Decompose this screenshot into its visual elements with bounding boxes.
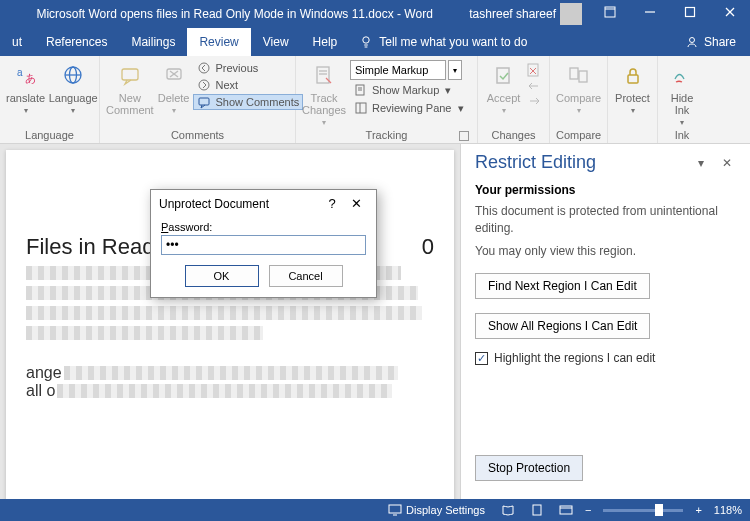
- zoom-out-button[interactable]: −: [581, 504, 595, 516]
- markup-combo[interactable]: Simple Markup: [350, 60, 446, 80]
- accept-button[interactable]: Accept ▾: [484, 60, 523, 115]
- pane-options-button[interactable]: ▾: [692, 154, 710, 172]
- hide-ink-button[interactable]: Hide Ink ▾: [664, 60, 700, 127]
- language-button[interactable]: Language ▾: [49, 60, 97, 115]
- close-icon: ✕: [722, 156, 732, 170]
- dialog-launcher-icon[interactable]: [459, 131, 469, 141]
- svg-point-20: [199, 80, 209, 90]
- svg-rect-3: [686, 8, 695, 17]
- show-markup-button[interactable]: Show Markup ▾: [350, 82, 468, 98]
- document-text: ange: [26, 364, 62, 382]
- pane-close-button[interactable]: ✕: [718, 154, 736, 172]
- chevron-down-icon: ▾: [502, 106, 506, 115]
- user-avatar[interactable]: [560, 3, 582, 25]
- zoom-slider[interactable]: [595, 509, 691, 512]
- svg-rect-22: [317, 67, 329, 83]
- tab-review[interactable]: Review: [187, 28, 250, 56]
- svg-text:あ: あ: [25, 72, 36, 84]
- user-name[interactable]: tashreef shareef: [469, 7, 556, 21]
- new-comment-button[interactable]: New Comment: [106, 60, 154, 116]
- restrict-editing-pane: Restrict Editing ▾ ✕ Your permissions Th…: [460, 144, 750, 499]
- permissions-heading: Your permissions: [475, 183, 736, 197]
- translate-icon: aあ: [12, 62, 40, 90]
- group-ink: Hide Ink ▾ Ink: [658, 56, 706, 143]
- svg-rect-28: [356, 103, 366, 113]
- view-read-mode[interactable]: [493, 504, 523, 516]
- previous-comment-button[interactable]: Previous: [193, 60, 303, 76]
- tell-me-search[interactable]: Tell me what you want to do: [349, 28, 537, 56]
- svg-rect-15: [122, 69, 138, 80]
- delete-comment-button[interactable]: Delete ▾: [158, 60, 190, 115]
- protect-button[interactable]: Protect ▾: [614, 60, 651, 115]
- share-button[interactable]: Share: [671, 35, 750, 49]
- next-comment-button[interactable]: Next: [193, 77, 303, 93]
- markup-combo-arrow[interactable]: ▾: [448, 60, 462, 80]
- reviewing-pane-button[interactable]: Reviewing Pane ▾: [350, 100, 468, 116]
- password-input[interactable]: [161, 235, 366, 255]
- view-web-layout[interactable]: [551, 504, 581, 516]
- group-label: [614, 139, 651, 143]
- compare-button[interactable]: Compare ▾: [556, 60, 601, 115]
- tab-references[interactable]: References: [34, 28, 119, 56]
- checkbox-icon: ✓: [475, 352, 488, 365]
- show-all-regions-button[interactable]: Show All Regions I Can Edit: [475, 313, 650, 339]
- group-language: aあ ranslate ▾ Language ▾ Language: [0, 56, 100, 143]
- zoom-in-button[interactable]: +: [691, 504, 705, 516]
- group-tracking: Track Changes ▾ Simple Markup ▾ Show Mar…: [296, 56, 478, 143]
- ribbon-display-options-icon[interactable]: [590, 0, 630, 28]
- group-label: Language: [6, 127, 93, 143]
- delete-icon: [160, 62, 188, 90]
- next-change-icon[interactable]: [527, 95, 543, 107]
- dialog-close-button[interactable]: ✕: [344, 196, 368, 211]
- view-print-layout[interactable]: [523, 504, 551, 516]
- markup-icon: [354, 83, 368, 97]
- new-comment-label: New Comment: [106, 92, 154, 116]
- tab-mailings[interactable]: Mailings: [119, 28, 187, 56]
- lightbulb-icon: [359, 35, 373, 49]
- minimize-button[interactable]: [630, 0, 670, 28]
- maximize-button[interactable]: [670, 0, 710, 28]
- translate-button[interactable]: aあ ranslate ▾: [6, 60, 45, 115]
- zoom-level[interactable]: 118%: [706, 504, 750, 516]
- display-settings-button[interactable]: Display Settings: [380, 504, 493, 516]
- svg-rect-37: [533, 505, 541, 515]
- previous-icon: [197, 61, 211, 75]
- svg-rect-30: [497, 68, 509, 83]
- title-bar: Microsoft Word opens files in Read Only …: [0, 0, 750, 28]
- group-label: Comments: [106, 127, 289, 143]
- translate-label: ranslate: [6, 92, 45, 104]
- show-comments-icon: [197, 95, 211, 109]
- tab-layout[interactable]: ut: [0, 28, 34, 56]
- ok-button[interactable]: OK: [185, 265, 259, 287]
- comment-icon: [116, 62, 144, 90]
- chevron-down-icon: ▾: [172, 106, 176, 115]
- reviewing-pane-icon: [354, 101, 368, 115]
- delete-label: Delete: [158, 92, 190, 104]
- chevron-down-icon: ▾: [680, 118, 684, 127]
- tab-help[interactable]: Help: [301, 28, 350, 56]
- find-next-region-button[interactable]: Find Next Region I Can Edit: [475, 273, 650, 299]
- chevron-down-icon: ▾: [71, 106, 75, 115]
- cancel-button[interactable]: Cancel: [269, 265, 343, 287]
- reject-icon[interactable]: [527, 63, 543, 77]
- svg-rect-21: [199, 98, 209, 105]
- svg-rect-38: [560, 506, 572, 514]
- group-label: Tracking: [302, 127, 471, 143]
- chevron-down-icon: ▾: [322, 118, 326, 127]
- dialog-help-button[interactable]: ?: [320, 196, 344, 211]
- show-comments-button[interactable]: Show Comments: [193, 94, 303, 110]
- ribbon: aあ ranslate ▾ Language ▾ Language New Co…: [0, 56, 750, 144]
- highlight-regions-checkbox[interactable]: ✓ Highlight the regions I can edit: [475, 351, 736, 365]
- track-changes-button[interactable]: Track Changes ▾: [302, 60, 346, 127]
- chevron-down-icon: ▾: [445, 84, 451, 97]
- globe-icon: [59, 62, 87, 90]
- prev-change-icon[interactable]: [527, 80, 543, 92]
- close-window-button[interactable]: [710, 0, 750, 28]
- compare-label: Compare: [556, 92, 601, 104]
- chevron-down-icon: ▾: [698, 156, 704, 170]
- stop-protection-button[interactable]: Stop Protection: [475, 455, 583, 481]
- tab-view[interactable]: View: [251, 28, 301, 56]
- svg-text:a: a: [17, 67, 23, 78]
- share-icon: [685, 35, 699, 49]
- chevron-down-icon: ▾: [631, 106, 635, 115]
